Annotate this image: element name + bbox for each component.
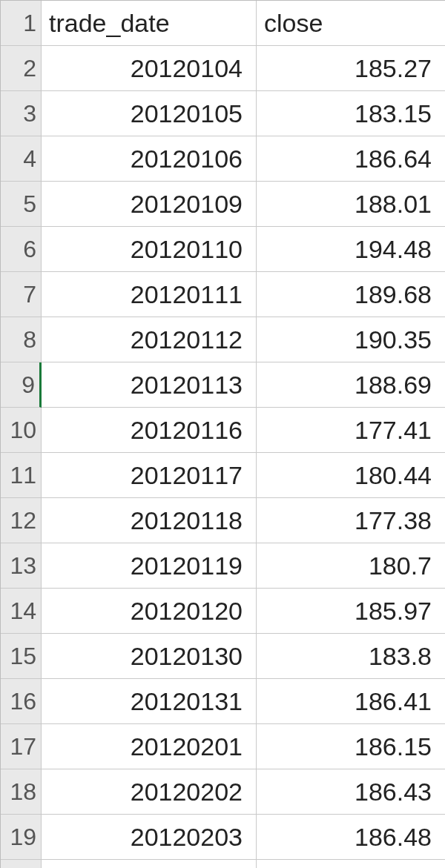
row-number[interactable]: 5 [1,182,42,227]
cell-close[interactable]: 186.64 [257,136,445,182]
column-header[interactable]: trade_date [42,1,257,46]
cell-trade-date[interactable]: 20120111 [42,272,257,317]
row-number[interactable]: 15 [1,634,42,679]
cell-trade-date[interactable]: 20120106 [42,136,257,182]
cell-close[interactable]: 183.8 [257,634,445,679]
cell-trade-date[interactable]: 20120110 [42,227,257,272]
cell-trade-date[interactable]: 20120130 [42,634,257,679]
cell-trade-date[interactable]: 20120116 [42,408,257,453]
cell-close[interactable]: 186.43 [257,769,445,815]
cell-trade-date[interactable]: 20120118 [42,498,257,543]
cell-trade-date[interactable]: 20120105 [42,91,257,136]
cell-trade-date[interactable]: 20120202 [42,769,257,815]
cell-close[interactable]: 189.68 [257,272,445,317]
cell-close[interactable]: 177.41 [257,408,445,453]
cell-trade-date[interactable]: 20120131 [42,679,257,724]
cell-close[interactable]: 183.15 [257,91,445,136]
cell-trade-date[interactable]: 20120203 [42,815,257,860]
cell-close[interactable]: 188.69 [257,362,445,408]
row-number[interactable]: 14 [1,589,42,634]
row-number[interactable]: 12 [1,498,42,543]
row-number[interactable]: 7 [1,272,42,317]
row-number[interactable]: 4 [1,136,42,182]
row-number[interactable]: 6 [1,227,42,272]
spreadsheet-grid[interactable]: 1trade_dateclose220120104185.27320120105… [0,0,445,868]
column-header[interactable]: close [257,1,445,46]
cell-close[interactable]: 180.7 [257,543,445,589]
cell-close[interactable]: 185.27 [257,46,445,91]
cell-close[interactable]: 185.97 [257,589,445,634]
cell-trade-date[interactable]: 20120109 [42,182,257,227]
cell-close[interactable]: 194.48 [257,227,445,272]
partial-row [1,860,42,868]
partial-row [257,860,445,868]
cell-close[interactable]: 186.41 [257,679,445,724]
cell-trade-date[interactable]: 20120113 [42,362,257,408]
cell-trade-date[interactable]: 20120112 [42,317,257,362]
cell-trade-date[interactable]: 20120120 [42,589,257,634]
row-number[interactable]: 17 [1,724,42,769]
cell-close[interactable]: 190.35 [257,317,445,362]
row-number[interactable]: 9 [1,362,42,408]
row-number[interactable]: 1 [1,1,42,46]
row-number[interactable]: 13 [1,543,42,589]
row-number[interactable]: 2 [1,46,42,91]
row-number[interactable]: 11 [1,453,42,498]
cell-trade-date[interactable]: 20120117 [42,453,257,498]
cell-close[interactable]: 186.48 [257,815,445,860]
cell-close[interactable]: 188.01 [257,182,445,227]
row-number[interactable]: 19 [1,815,42,860]
row-number[interactable]: 16 [1,679,42,724]
row-number[interactable]: 3 [1,91,42,136]
row-number[interactable]: 18 [1,769,42,815]
partial-row [42,860,257,868]
cell-trade-date[interactable]: 20120104 [42,46,257,91]
row-number[interactable]: 8 [1,317,42,362]
cell-close[interactable]: 180.44 [257,453,445,498]
cell-close[interactable]: 186.15 [257,724,445,769]
cell-close[interactable]: 177.38 [257,498,445,543]
row-number[interactable]: 10 [1,408,42,453]
cell-trade-date[interactable]: 20120119 [42,543,257,589]
cell-trade-date[interactable]: 20120201 [42,724,257,769]
